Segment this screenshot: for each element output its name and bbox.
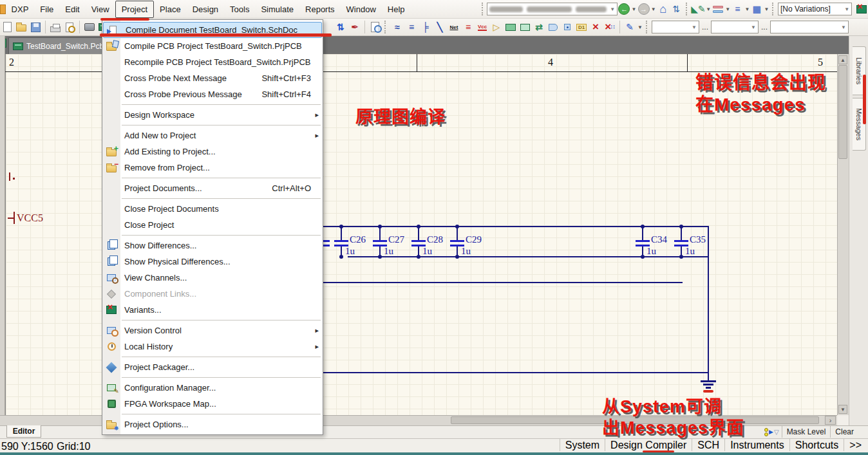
view-3d-button[interactable] bbox=[82, 20, 97, 34]
menu-item-cross-probe-previous[interactable]: Cross Probe Previous Message Shift+Ctrl+… bbox=[102, 86, 323, 102]
menu-place[interactable]: Place bbox=[154, 1, 187, 17]
menu-item-show-differences[interactable]: Show Differences... bbox=[102, 237, 323, 254]
scroll-up-arrow[interactable]: ▲ bbox=[838, 55, 847, 64]
new-document-button[interactable] bbox=[0, 20, 14, 34]
editor-tab[interactable]: Editor bbox=[6, 425, 41, 438]
menu-file[interactable]: File bbox=[34, 1, 59, 17]
menu-reports[interactable]: Reports bbox=[299, 1, 341, 17]
scale-combobox-2[interactable]: ▼ bbox=[711, 21, 759, 33]
ordinal-d1-button[interactable]: D1 bbox=[574, 20, 589, 34]
menu-design[interactable]: Design bbox=[187, 1, 224, 17]
menu-item-cross-probe-next[interactable]: Cross Probe Next Message Shift+Ctrl+F3 bbox=[102, 70, 323, 86]
bus-entry-button[interactable]: ╞ bbox=[419, 20, 433, 34]
menu-item-close-project-documents[interactable]: Close Project Documents bbox=[102, 201, 323, 217]
menu-item-version-control[interactable]: Version Control bbox=[102, 322, 323, 339]
document-tab[interactable]: TestBoard_Switch.PcbD bbox=[8, 37, 106, 54]
print-button[interactable] bbox=[48, 20, 62, 34]
power-port-caret[interactable]: ▼ bbox=[744, 6, 750, 12]
wand-button[interactable]: ✒ bbox=[348, 20, 362, 34]
back-button[interactable]: ← bbox=[618, 2, 631, 16]
clear-button[interactable]: Clear bbox=[830, 426, 858, 438]
instruments-button[interactable]: Instruments bbox=[724, 439, 789, 451]
variants-icon[interactable] bbox=[854, 2, 868, 16]
vertical-scrollbar-thumb[interactable] bbox=[838, 65, 847, 159]
menu-item-view-channels[interactable]: View Channels... bbox=[102, 270, 323, 286]
grid-caret[interactable]: ▼ bbox=[764, 6, 769, 12]
wire-button[interactable]: ≈ bbox=[390, 20, 404, 34]
toolbar-handle[interactable] bbox=[384, 21, 388, 33]
menu-item-project-documents[interactable]: Project Documents... Ctrl+Alt+O bbox=[102, 180, 323, 196]
forward-history-caret[interactable]: ▼ bbox=[650, 6, 656, 12]
ic-sheet-button[interactable] bbox=[504, 20, 518, 34]
ruler-pencil-button[interactable]: ◣✎ bbox=[692, 2, 706, 16]
menu-edit[interactable]: Edit bbox=[59, 1, 85, 17]
menu-item-add-new-to-project[interactable]: Add New to Project bbox=[102, 127, 323, 144]
menu-item-add-existing-to-project[interactable]: Add Existing to Project... bbox=[102, 144, 323, 160]
toolbar-handle[interactable] bbox=[646, 21, 649, 33]
gnd-port-button[interactable]: ≡ bbox=[461, 20, 475, 34]
harness-entry-button[interactable] bbox=[560, 20, 574, 34]
variations-select[interactable]: [No Variations] ▼ bbox=[778, 3, 852, 15]
scroll-right-arrow[interactable]: › bbox=[825, 416, 836, 425]
home-button[interactable]: ⌂ bbox=[656, 2, 670, 16]
part-button[interactable]: ▷ bbox=[489, 20, 504, 34]
shortcuts-button[interactable]: Shortcuts bbox=[789, 439, 844, 451]
annotate-pencil-button[interactable]: ✎ bbox=[623, 20, 637, 34]
zoom-document-button[interactable] bbox=[368, 20, 382, 34]
net-label-button[interactable]: Net bbox=[447, 20, 461, 34]
bus-button[interactable]: ≡ bbox=[404, 20, 419, 34]
power-port-button[interactable]: ≡ bbox=[731, 2, 744, 16]
menu-view[interactable]: View bbox=[86, 1, 115, 17]
menu-item-project-packager[interactable]: Project Packager... bbox=[102, 359, 323, 375]
sheet-entry-button[interactable]: ⇄ bbox=[532, 20, 546, 34]
more-panels-button[interactable]: >> bbox=[844, 439, 867, 451]
toolbar-handle[interactable] bbox=[772, 3, 775, 15]
no-erc-specific-button[interactable]: ×∷ bbox=[603, 20, 617, 34]
left-panel-splitter[interactable] bbox=[0, 36, 5, 425]
sch-button[interactable]: SCH bbox=[692, 439, 724, 451]
signal-line-button[interactable]: ╲ bbox=[433, 20, 447, 34]
refresh-button[interactable]: ⇅ bbox=[670, 2, 683, 16]
sheet-symbol-button[interactable] bbox=[518, 20, 532, 34]
grid-button[interactable]: ▦ bbox=[750, 2, 764, 16]
storage-path-combobox[interactable]: ▼ bbox=[487, 3, 618, 15]
save-button[interactable] bbox=[28, 20, 42, 34]
menu-item-local-history[interactable]: Local History bbox=[102, 339, 323, 355]
menu-window[interactable]: Window bbox=[341, 1, 382, 17]
menu-help[interactable]: Help bbox=[382, 1, 411, 17]
wiring-style-button[interactable] bbox=[712, 2, 725, 16]
wiring-style-caret[interactable]: ▼ bbox=[725, 6, 731, 12]
scale-combobox-1[interactable]: ▼ bbox=[652, 21, 699, 33]
scroll-down-arrow[interactable]: ▼ bbox=[838, 405, 847, 414]
harness-connector-button[interactable] bbox=[546, 20, 560, 34]
pin-dots-icon[interactable]: ▶ ▽ bbox=[762, 428, 782, 436]
menu-item-recompile-pcb-project[interactable]: Recompile PCB Project TestBoard_Switch.P… bbox=[102, 54, 323, 70]
annotate-pencil-caret[interactable]: ▼ bbox=[637, 24, 643, 30]
design-compiler-button[interactable]: Design Compiler bbox=[605, 439, 692, 451]
menu-item-fpga-workspace-map[interactable]: FPGA Workspace Map... bbox=[102, 396, 323, 412]
menu-dxp[interactable]: DXP bbox=[6, 1, 35, 17]
menu-tools[interactable]: Tools bbox=[224, 1, 255, 17]
print-preview-button[interactable] bbox=[62, 20, 77, 34]
menu-item-design-workspace[interactable]: Design Workspace bbox=[102, 107, 323, 123]
system-button[interactable]: System bbox=[560, 439, 605, 451]
menu-item-close-project[interactable]: Close Project bbox=[102, 217, 323, 233]
menu-item-remove-from-project[interactable]: Remove from Project... bbox=[102, 160, 323, 176]
open-button[interactable] bbox=[14, 20, 28, 34]
menu-simulate[interactable]: Simulate bbox=[255, 1, 299, 17]
back-history-caret[interactable]: ▼ bbox=[631, 6, 637, 12]
menu-item-project-options[interactable]: Project Options... bbox=[102, 416, 323, 432]
mask-level-button[interactable]: Mask Level bbox=[782, 426, 831, 438]
vcc-port-button[interactable]: Vcc bbox=[475, 20, 489, 34]
no-erc-button[interactable]: × bbox=[589, 20, 603, 34]
menu-item-compile-pcb-project[interactable]: Compile PCB Project TestBoard_Switch.Prj… bbox=[102, 38, 323, 54]
toolbar-handle[interactable] bbox=[686, 3, 689, 15]
menu-item-variants[interactable]: Variants... bbox=[102, 302, 323, 318]
forward-button[interactable]: → bbox=[637, 2, 650, 16]
toolbar-handle[interactable] bbox=[482, 3, 485, 15]
move-up-down-button[interactable]: ⇅ bbox=[334, 20, 348, 34]
net-label-vcc5[interactable]: VCC5 bbox=[17, 212, 43, 224]
scale-combobox-3[interactable]: ▼ bbox=[770, 21, 849, 33]
menu-item-configuration-manager[interactable]: Configuration Manager... bbox=[102, 380, 323, 396]
menu-item-show-physical-differences[interactable]: Show Physical Differences... bbox=[102, 254, 323, 270]
